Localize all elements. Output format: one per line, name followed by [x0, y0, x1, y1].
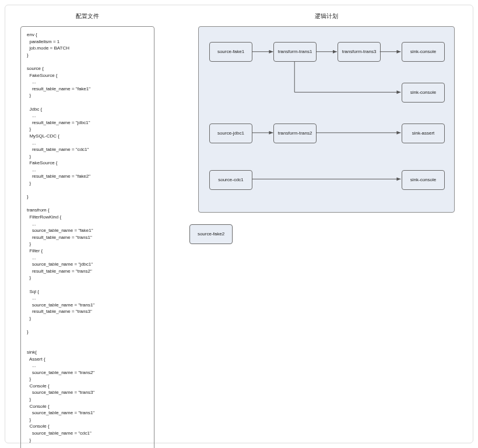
config-file-box: env { parallelism = 1 job.mode = BATCH }… — [20, 26, 154, 448]
node-sink-console-1: sink-console — [402, 42, 445, 62]
node-sink-console-2: sink-console — [402, 83, 445, 103]
node-source-fake1: source-fake1 — [209, 42, 252, 62]
node-source-jdbc1: source-jdbc1 — [209, 124, 252, 143]
left-column: 配置文件 env { parallelism = 1 job.mode = BA… — [15, 12, 160, 436]
node-source-cdc1: source-cdc1 — [209, 170, 252, 190]
right-column: 逻辑计划 source-fake1 transform-trans1 trans… — [189, 12, 463, 436]
node-source-fake2: source-fake2 — [189, 224, 233, 244]
node-sink-assert: sink-assert — [402, 124, 445, 143]
node-transform-trans1: transform-trans1 — [273, 42, 317, 62]
node-transform-trans2: transform-trans2 — [273, 124, 317, 143]
plan-title: 逻辑计划 — [315, 12, 338, 20]
node-transform-trans3: transform-trans3 — [338, 42, 381, 62]
node-sink-console-3: sink-console — [402, 170, 445, 190]
diagram-root: 配置文件 env { parallelism = 1 job.mode = BA… — [5, 5, 473, 443]
config-title: 配置文件 — [76, 12, 99, 20]
logical-plan-box: source-fake1 transform-trans1 transform-… — [198, 26, 455, 213]
